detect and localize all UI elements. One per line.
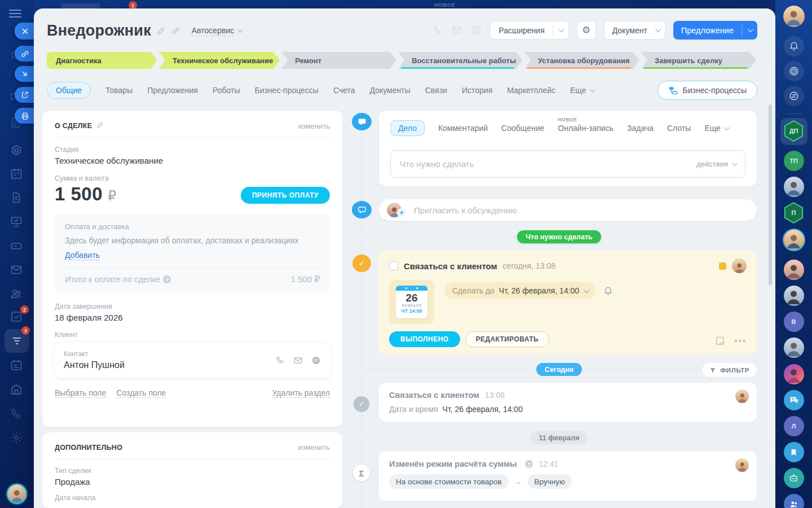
employees-icon[interactable] (784, 494, 804, 508)
reminder-bell-icon[interactable] (603, 286, 613, 296)
tab-workflows[interactable]: Бизнес-процессы (254, 86, 318, 95)
document-button[interactable]: Документ (604, 21, 665, 40)
stage-restoration[interactable]: Восстановительные работы (398, 52, 523, 69)
notifications-bell-icon[interactable] (784, 36, 804, 56)
groups-icon[interactable] (8, 285, 25, 302)
pipeline-selector[interactable]: Автосервис (192, 26, 241, 36)
proposal-button[interactable]: Предложение (673, 21, 757, 40)
more-actions-icon[interactable]: ••• (734, 338, 747, 344)
group-chat-icon[interactable] (784, 390, 804, 410)
delete-section-link[interactable]: Удалить раздел (272, 388, 330, 398)
deal-type-value[interactable]: Продажа (55, 477, 330, 487)
copy-link-icon[interactable] (15, 46, 35, 62)
extensions-button[interactable]: Расширения (490, 21, 568, 40)
collapse-icon[interactable] (15, 66, 35, 82)
deal-link-icon[interactable] (171, 27, 180, 36)
chat-l[interactable]: Л (784, 416, 804, 436)
stage-field-value[interactable]: Техническое обслуживание (55, 156, 330, 165)
copilot-bot-icon[interactable] (784, 468, 804, 488)
stage-repair[interactable]: Ремонт (281, 52, 396, 69)
close-panel-button[interactable] (15, 23, 35, 40)
stage-diagnostics[interactable]: Диагностика (47, 52, 157, 69)
done-button[interactable]: ВЫПОЛНЕНО (389, 331, 460, 347)
contact-email-icon[interactable] (293, 356, 303, 365)
documents-icon[interactable] (8, 189, 25, 206)
log-call-card[interactable]: Связаться с клиентом 13:08 Дата и время … (379, 383, 757, 422)
actions-dropdown[interactable]: действия (696, 160, 736, 168)
print-icon[interactable] (15, 108, 35, 124)
tl-tab-slots[interactable]: Слоты (667, 124, 691, 133)
tl-tab-online-booking[interactable]: НОВОЕ Онлайн-запись (558, 124, 614, 133)
drive-icon[interactable] (8, 238, 25, 255)
tl-tab-task[interactable]: Задача (627, 124, 654, 133)
email-icon[interactable] (452, 25, 463, 36)
tl-tab-more[interactable]: Еще (704, 124, 728, 133)
saved-messages-icon[interactable] (784, 442, 804, 462)
help-icon[interactable]: ? (163, 275, 171, 283)
create-field-link[interactable]: Создать поле (116, 388, 166, 398)
call-icon[interactable] (433, 25, 444, 36)
edit-activity-button[interactable]: РЕДАКТИРОВАТЬ (465, 331, 549, 347)
deadline-dropdown[interactable]: Сделать до Чт, 26 февраля, 14:00 (444, 282, 595, 299)
tab-products[interactable]: Товары (105, 86, 133, 95)
tab-documents[interactable]: Документы (370, 86, 411, 95)
tab-more[interactable]: Еще (570, 86, 594, 95)
telephony-icon[interactable] (8, 405, 25, 422)
deal-title[interactable]: Внедорожник (47, 22, 151, 40)
todo-input[interactable] (400, 159, 696, 169)
log-sum-mode-card[interactable]: Изменён режим расчёта суммы ? 12:41 На о… (379, 452, 757, 501)
invite-discussion-bar[interactable]: + (379, 199, 757, 221)
close-date-value[interactable]: 18 февраля 2026 (55, 313, 330, 322)
add-payment-link[interactable]: Добавить (65, 251, 100, 260)
open-new-window-icon[interactable] (15, 87, 35, 103)
avatar[interactable] (732, 259, 747, 273)
tab-general[interactable]: Общие (47, 82, 91, 99)
today-divider-pill[interactable]: Сегодня (536, 363, 582, 376)
avatar[interactable] (784, 260, 804, 280)
todo-input-box[interactable]: действия (390, 150, 745, 178)
contact-chat-icon[interactable] (311, 356, 321, 365)
chat-p[interactable]: П (784, 203, 804, 223)
avatar[interactable] (784, 230, 804, 250)
booking-icon[interactable] (8, 357, 25, 374)
tl-tab-activity[interactable]: Дело (390, 120, 425, 136)
add-note-icon[interactable] (715, 336, 725, 346)
timeline-scrollbar[interactable] (769, 104, 772, 285)
avatar[interactable] (784, 364, 804, 384)
tl-tab-comment[interactable]: Комментарий (438, 124, 488, 133)
workspace-icon[interactable] (8, 213, 25, 230)
tab-relations[interactable]: Связи (425, 86, 447, 95)
activity-calendar-tile[interactable]: 26 ФЕВРАЛЯ ЧТ 14:00 (389, 280, 434, 324)
tab-robots[interactable]: Роботы (213, 86, 240, 95)
stage-equipment[interactable]: Установка оборудования (524, 52, 639, 69)
edit-deal-link[interactable]: изменить (298, 122, 330, 130)
avatar[interactable] (735, 389, 749, 403)
chat-v[interactable]: В (784, 312, 804, 332)
client-contact-card[interactable]: Контакт Антон Пушной (55, 343, 330, 378)
automation-icon[interactable] (8, 142, 25, 159)
menu-icon[interactable] (9, 10, 21, 17)
help-icon[interactable]: ? (525, 460, 533, 468)
tl-tab-message[interactable]: Сообщение (501, 124, 544, 133)
activity-title[interactable]: Связаться с клиентом (404, 261, 497, 271)
calendar-icon[interactable] (8, 165, 25, 182)
tab-quotes[interactable]: Предложения (147, 86, 198, 95)
stage-maintenance[interactable]: Техническое обслуживание (159, 52, 280, 69)
business-processes-button[interactable]: Бизнес-процессы (657, 81, 757, 100)
avatar[interactable] (735, 458, 749, 472)
edit-section-icon[interactable] (96, 121, 105, 130)
edit-title-icon[interactable] (157, 27, 166, 36)
chat-dp[interactable]: ДП (784, 121, 804, 141)
activity-checkbox[interactable] (389, 261, 398, 270)
contact-name[interactable]: Антон Пушной (64, 360, 125, 370)
stage-task-pill[interactable]: Что нужно сделать (517, 230, 601, 243)
stage-close-deal[interactable]: Завершить сделку (641, 52, 756, 69)
warehouse-icon[interactable] (8, 381, 25, 398)
select-field-link[interactable]: Выбрать поле (55, 388, 106, 398)
accept-payment-button[interactable]: ПРИНЯТЬ ОПЛАТУ (241, 187, 330, 204)
time-tracker-icon[interactable] (784, 61, 804, 81)
filter-button[interactable]: ФИЛЬТР (702, 363, 757, 377)
edit-additional-link[interactable]: изменить (298, 443, 330, 452)
current-user-avatar[interactable] (7, 484, 27, 504)
avatar[interactable] (783, 6, 805, 27)
